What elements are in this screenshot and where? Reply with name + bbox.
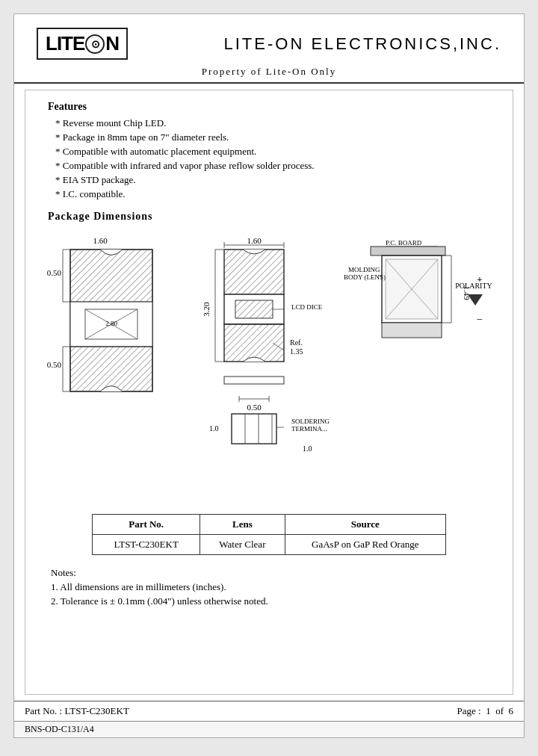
logo-lite: LITE xyxy=(46,32,84,55)
svg-rect-46 xyxy=(382,323,442,338)
dim-050-small: 0.50 xyxy=(247,403,262,412)
cell-lens: Water Clear xyxy=(200,535,285,555)
part-no-label: Part No. : xyxy=(25,705,62,716)
note-2: 2. Tolerance is ± 0.1mm (.004") unless o… xyxy=(51,595,487,607)
note-1: 1. All dimensions are in millimeters (in… xyxy=(51,581,487,593)
svg-rect-18 xyxy=(224,250,284,294)
data-table: Part No. Lens Source LTST-C230EKT Water … xyxy=(92,514,446,555)
logo-circle: ⊙ xyxy=(85,34,105,54)
table-row: LTST-C230EKT Water Clear GaAsP on GaP Re… xyxy=(93,535,446,555)
molding-label1: MOLDING xyxy=(348,266,380,273)
main-content: Features * Reverse mount Chip LED. * Pac… xyxy=(25,90,513,695)
svg-rect-37 xyxy=(371,247,445,255)
logo-on: N xyxy=(105,32,119,55)
cell-part-no: LTST-C230EKT xyxy=(93,535,200,555)
notes-title: Notes: xyxy=(51,567,487,579)
dim-050-bot: 0.50 xyxy=(47,360,62,369)
features-title: Features xyxy=(48,101,490,113)
dim-top: 1.60 xyxy=(93,236,108,245)
center-dim: 2.80 xyxy=(105,320,117,327)
diagram-area: 1.60 0.50 xyxy=(48,235,490,499)
page-wrapper: LITE ⊙ N LITE-ON ELECTRONICS,INC. Proper… xyxy=(13,13,525,738)
center-svg: 1.60 3.20 LCD DICE xyxy=(187,235,329,496)
svg-rect-25 xyxy=(224,324,284,362)
feature-item: * Package in 8mm tape on 7" diameter ree… xyxy=(55,131,490,143)
svg-rect-31 xyxy=(232,414,276,444)
page-label: Page : xyxy=(457,705,481,716)
pc-board-label: P.C. BOARD xyxy=(386,239,422,247)
small-dim: 1.0 xyxy=(209,424,219,433)
lcd-dice-label: LCD DICE xyxy=(291,303,323,311)
footer-part-no: Part No. : LTST-C230EKT xyxy=(25,705,129,717)
svg-rect-5 xyxy=(70,250,152,302)
molding-label2: BODY (LENS) xyxy=(344,273,386,281)
notes-section: Notes: 1. All dimensions are in millimet… xyxy=(48,567,490,607)
header: LITE ⊙ N LITE-ON ELECTRONICS,INC. Proper… xyxy=(14,14,524,84)
dim-160: 1.60 xyxy=(247,236,262,245)
part-no-value: LTST-C230EKT xyxy=(64,705,129,716)
diagram-left: 1.60 0.50 xyxy=(48,235,167,409)
svg-rect-23 xyxy=(235,300,273,318)
footer: Part No. : LTST-C230EKT Page : 1 of 6 xyxy=(14,701,524,721)
feature-item: * Compatible with automatic placement eq… xyxy=(55,146,490,158)
svg-rect-10 xyxy=(70,347,152,391)
features-list: * Reverse mount Chip LED. * Package in 8… xyxy=(55,117,490,200)
cell-source: GaAsP on GaP Red Orange xyxy=(285,535,445,555)
ref-135-val: 1.35 xyxy=(290,347,303,356)
logo: LITE ⊙ N xyxy=(37,28,128,60)
plus-label: + xyxy=(477,274,483,285)
header-top: LITE ⊙ N LITE-ON ELECTRONICS,INC. xyxy=(37,28,501,60)
page-num: 1 xyxy=(486,705,491,716)
polarity-label: POLARITY xyxy=(455,282,492,290)
footer-page: Page : 1 of 6 xyxy=(457,705,513,717)
svg-rect-27 xyxy=(224,377,284,384)
small-dim2: 1.0 xyxy=(303,444,312,453)
feature-item: * Compatible with infrared and vapor pha… xyxy=(55,160,490,172)
property-line: Property of Lite-On Only xyxy=(202,66,337,78)
diagram-right: P.C. BOARD MOLDING BODY (LENS) 1.49 xyxy=(341,235,490,409)
total-pages: 6 xyxy=(509,705,514,716)
dim-320: 3.20 xyxy=(202,302,211,317)
company-name: LITE-ON ELECTRONICS,INC. xyxy=(224,34,501,54)
soldering-label: SOLDERING xyxy=(291,418,330,425)
col-source: Source xyxy=(285,515,445,535)
feature-item: * EIA STD package. xyxy=(55,174,490,186)
diagram-center: 1.60 3.20 LCD DICE xyxy=(187,235,321,499)
right-svg: P.C. BOARD MOLDING BODY (LENS) 1.49 xyxy=(341,235,490,406)
table-header-row: Part No. Lens Source xyxy=(93,515,446,535)
feature-item: * Reverse mount Chip LED. xyxy=(55,117,490,129)
ref-135: Ref. xyxy=(290,338,303,347)
col-lens: Lens xyxy=(200,515,285,535)
minus-label: − xyxy=(477,314,483,325)
package-title: Package Dimensions xyxy=(48,211,490,223)
soldering-label2: TERMINA... xyxy=(291,425,327,433)
feature-item: * I.C. compatible. xyxy=(55,188,490,200)
left-svg: 1.60 0.50 xyxy=(48,235,160,406)
of-label: of xyxy=(495,705,504,716)
col-part-no: Part No. xyxy=(93,515,200,535)
footer-bottom: BNS-OD-C131/A4 xyxy=(14,721,524,737)
dim-050-top: 0.50 xyxy=(47,268,62,277)
doc-no: BNS-OD-C131/A4 xyxy=(25,724,94,734)
